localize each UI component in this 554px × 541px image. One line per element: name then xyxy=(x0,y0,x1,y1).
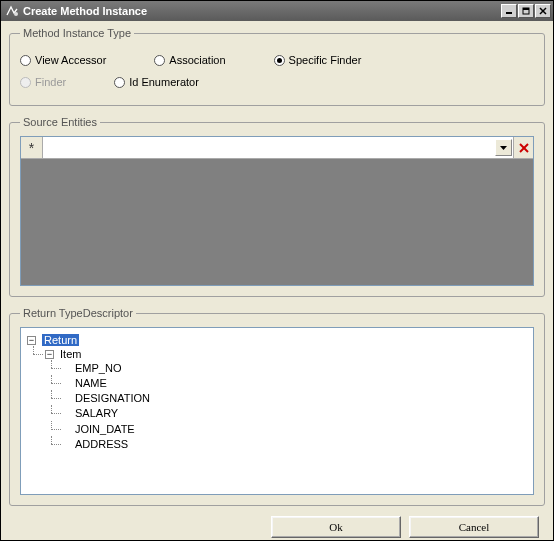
tree-node-return[interactable]: Return xyxy=(42,334,79,346)
radio-view-accessor[interactable]: View Accessor xyxy=(20,54,106,66)
svg-marker-6 xyxy=(500,146,507,150)
source-entities-grid[interactable]: * xyxy=(20,136,534,286)
minimize-button[interactable] xyxy=(501,4,517,18)
method-instance-type-group: Method Instance Type View Accessor Assoc… xyxy=(9,27,545,106)
maximize-button[interactable] xyxy=(518,4,534,18)
tree-node-field[interactable]: JOIN_DATE xyxy=(75,423,135,435)
radio-association-label: Association xyxy=(169,54,225,66)
source-entity-cell[interactable] xyxy=(43,137,513,158)
method-instance-type-legend: Method Instance Type xyxy=(20,27,134,39)
source-entities-group: Source Entities * xyxy=(9,116,545,297)
return-typedescriptor-group: Return TypeDescriptor − Return − Item EM… xyxy=(9,307,545,506)
svg-point-0 xyxy=(14,12,18,16)
radio-finder: Finder xyxy=(20,76,66,88)
tree-fields-list: EMP_NONAMEDESIGNATIONSALARYJOIN_DATEADDR… xyxy=(45,360,529,451)
radio-specific-finder-label: Specific Finder xyxy=(289,54,362,66)
expand-collapse-icon[interactable]: − xyxy=(27,336,36,345)
new-row-marker: * xyxy=(21,137,43,158)
radio-id-enumerator-label: Id Enumerator xyxy=(129,76,199,88)
tree-node-field[interactable]: SALARY xyxy=(75,408,118,420)
return-type-tree[interactable]: − Return − Item EMP_NONAMEDESIGNATIONSAL… xyxy=(20,327,534,495)
tree-node-field[interactable]: EMP_NO xyxy=(75,362,121,374)
expand-collapse-icon[interactable]: − xyxy=(45,350,54,359)
radio-association[interactable]: Association xyxy=(154,54,225,66)
cancel-button[interactable]: Cancel xyxy=(409,516,539,538)
source-entity-dropdown[interactable] xyxy=(495,139,512,156)
return-typedescriptor-legend: Return TypeDescriptor xyxy=(20,307,136,319)
source-entities-legend: Source Entities xyxy=(20,116,100,128)
radio-id-enumerator[interactable]: Id Enumerator xyxy=(114,76,199,88)
app-icon xyxy=(5,4,19,18)
source-grid-empty-area xyxy=(21,159,533,285)
window-title: Create Method Instance xyxy=(23,5,501,17)
close-button[interactable] xyxy=(535,4,551,18)
tree-node-field[interactable]: ADDRESS xyxy=(75,438,128,450)
radio-view-accessor-label: View Accessor xyxy=(35,54,106,66)
tree-node-field[interactable]: NAME xyxy=(75,377,107,389)
delete-row-button[interactable] xyxy=(513,137,533,158)
ok-button[interactable]: Ok xyxy=(271,516,401,538)
radio-specific-finder[interactable]: Specific Finder xyxy=(274,54,362,66)
title-bar: Create Method Instance xyxy=(1,1,553,21)
tree-node-field[interactable]: DESIGNATION xyxy=(75,392,150,404)
radio-finder-label: Finder xyxy=(35,76,66,88)
tree-node-item[interactable]: Item xyxy=(60,348,81,360)
